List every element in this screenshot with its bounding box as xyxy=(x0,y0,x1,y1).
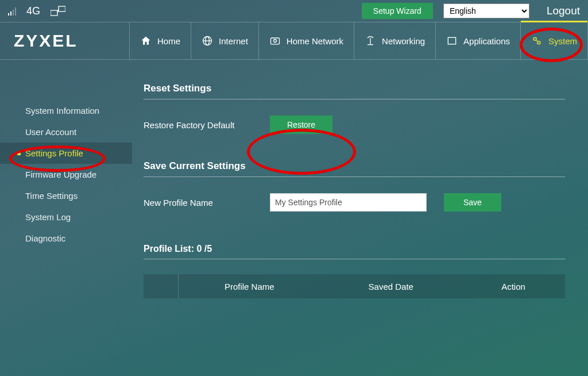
nav-label: Applications xyxy=(463,36,510,46)
divider xyxy=(144,177,565,177)
profile-table-header: Profile Name Saved Date Action xyxy=(144,274,565,298)
svg-rect-4 xyxy=(51,10,57,16)
nav-label: Networking xyxy=(382,36,425,46)
main-content: Reset Settings Restore Factory Default R… xyxy=(132,60,588,376)
svg-line-17 xyxy=(536,40,537,41)
status-bar: 4G Setup Wizard English Logout xyxy=(0,0,588,22)
logout-link[interactable]: Logout xyxy=(547,5,580,17)
divider xyxy=(144,259,565,259)
sidebar-item-time-settings[interactable]: Time Settings xyxy=(0,185,132,206)
svg-rect-0 xyxy=(8,13,9,16)
svg-rect-14 xyxy=(448,37,455,44)
profile-list-title: Profile List: 0 /5 xyxy=(144,244,565,254)
svg-rect-2 xyxy=(13,10,14,16)
nav-label: Internet xyxy=(219,36,248,46)
sidebar-item-label: System Information xyxy=(25,106,99,116)
nav-label: System xyxy=(548,36,577,46)
sidebar-item-firmware-upgrade[interactable]: Firmware Upgrade xyxy=(0,164,132,185)
sidebar-item-diagnostic[interactable]: Diagnostic xyxy=(0,228,132,249)
antenna-icon xyxy=(365,35,376,47)
sidebar-item-label: Time Settings xyxy=(25,191,78,201)
svg-rect-3 xyxy=(15,7,16,16)
new-profile-name-label: New Profile Name xyxy=(144,198,253,208)
nav-home-network[interactable]: Home Network xyxy=(258,22,354,59)
network-type-label: 4G xyxy=(26,5,40,17)
svg-rect-10 xyxy=(270,38,279,44)
sidebar-item-label: System Log xyxy=(25,212,71,222)
main-nav: ZYXEL Home Internet Home Network Network… xyxy=(0,22,588,60)
reset-settings-title: Reset Settings xyxy=(144,83,565,94)
gear-icon xyxy=(531,35,543,47)
language-select[interactable]: English xyxy=(443,3,529,18)
table-col-profile-name: Profile Name xyxy=(179,282,320,291)
sidebar-item-label: User Account xyxy=(25,127,76,137)
sidebar-item-user-account[interactable]: User Account xyxy=(0,121,132,143)
table-col-blank xyxy=(144,274,179,298)
sidebar-item-label: Firmware Upgrade xyxy=(25,170,96,179)
svg-rect-5 xyxy=(59,6,65,11)
brand-logo: ZYXEL xyxy=(0,22,129,59)
table-col-saved-date: Saved Date xyxy=(320,282,462,291)
home-icon xyxy=(140,35,152,47)
save-button[interactable]: Save xyxy=(444,193,501,212)
nav-applications[interactable]: Applications xyxy=(435,22,520,59)
sidebar-item-system-log[interactable]: System Log xyxy=(0,206,132,228)
sidebar: System Information User Account Settings… xyxy=(0,60,132,376)
sidebar-item-settings-profile[interactable]: Settings Profile xyxy=(0,143,132,164)
nav-home[interactable]: Home xyxy=(129,22,191,59)
sidebar-item-label: Settings Profile xyxy=(25,148,83,158)
signal-icon xyxy=(8,6,16,16)
camera-icon xyxy=(269,35,281,47)
restore-factory-label: Restore Factory Default xyxy=(144,120,253,130)
restore-button[interactable]: Restore xyxy=(270,116,332,134)
divider xyxy=(144,99,565,99)
nav-networking[interactable]: Networking xyxy=(354,22,435,59)
nav-internet[interactable]: Internet xyxy=(191,22,258,59)
nav-label: Home xyxy=(157,36,180,46)
profile-name-input[interactable] xyxy=(270,193,427,212)
svg-point-15 xyxy=(533,37,536,40)
sidebar-item-label: Diagnostic xyxy=(25,233,65,243)
svg-point-11 xyxy=(273,40,276,43)
table-col-action: Action xyxy=(462,282,565,291)
nav-label: Home Network xyxy=(287,36,343,46)
setup-wizard-button[interactable]: Setup Wizard xyxy=(362,3,433,19)
sidebar-item-system-information[interactable]: System Information xyxy=(0,100,132,121)
svg-point-16 xyxy=(537,41,540,44)
svg-rect-1 xyxy=(10,11,11,16)
ethernet-icon xyxy=(51,6,65,16)
nav-system[interactable]: System xyxy=(520,22,588,59)
window-icon xyxy=(446,35,458,47)
globe-icon xyxy=(202,35,213,47)
save-settings-title: Save Current Settings xyxy=(144,160,565,172)
